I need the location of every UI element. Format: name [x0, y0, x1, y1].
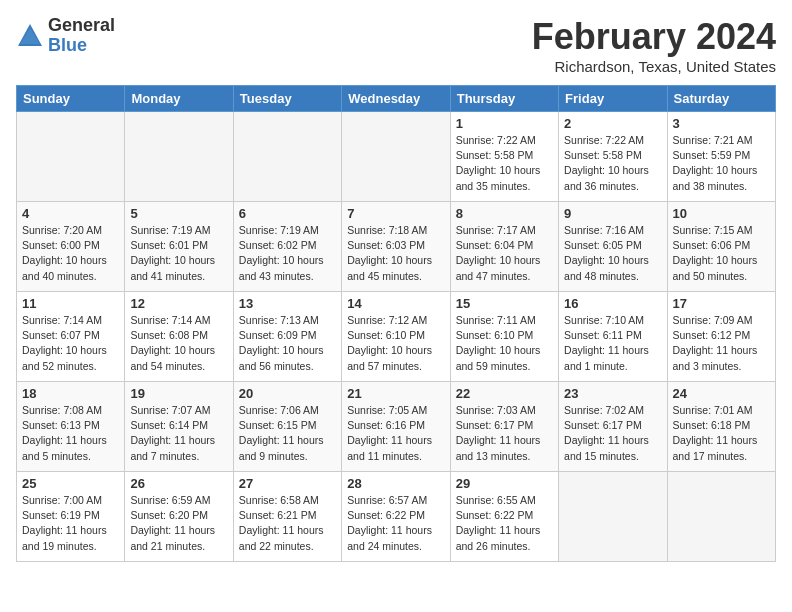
calendar-cell: 13Sunrise: 7:13 AM Sunset: 6:09 PM Dayli…: [233, 292, 341, 382]
day-info: Sunrise: 7:05 AM Sunset: 6:16 PM Dayligh…: [347, 403, 444, 464]
day-info: Sunrise: 7:14 AM Sunset: 6:07 PM Dayligh…: [22, 313, 119, 374]
day-number: 25: [22, 476, 119, 491]
calendar-cell: 22Sunrise: 7:03 AM Sunset: 6:17 PM Dayli…: [450, 382, 558, 472]
calendar-cell: 4Sunrise: 7:20 AM Sunset: 6:00 PM Daylig…: [17, 202, 125, 292]
calendar-cell: 29Sunrise: 6:55 AM Sunset: 6:22 PM Dayli…: [450, 472, 558, 562]
header-day-wednesday: Wednesday: [342, 86, 450, 112]
logo-blue-text: Blue: [48, 36, 115, 56]
logo-text: General Blue: [48, 16, 115, 56]
day-number: 7: [347, 206, 444, 221]
day-info: Sunrise: 7:10 AM Sunset: 6:11 PM Dayligh…: [564, 313, 661, 374]
day-number: 29: [456, 476, 553, 491]
day-number: 14: [347, 296, 444, 311]
day-info: Sunrise: 7:00 AM Sunset: 6:19 PM Dayligh…: [22, 493, 119, 554]
day-number: 27: [239, 476, 336, 491]
day-number: 15: [456, 296, 553, 311]
calendar-cell: 9Sunrise: 7:16 AM Sunset: 6:05 PM Daylig…: [559, 202, 667, 292]
calendar-cell: 6Sunrise: 7:19 AM Sunset: 6:02 PM Daylig…: [233, 202, 341, 292]
day-number: 28: [347, 476, 444, 491]
calendar-subtitle: Richardson, Texas, United States: [532, 58, 776, 75]
calendar-cell: 15Sunrise: 7:11 AM Sunset: 6:10 PM Dayli…: [450, 292, 558, 382]
week-row-3: 11Sunrise: 7:14 AM Sunset: 6:07 PM Dayli…: [17, 292, 776, 382]
day-info: Sunrise: 7:13 AM Sunset: 6:09 PM Dayligh…: [239, 313, 336, 374]
header-day-monday: Monday: [125, 86, 233, 112]
day-info: Sunrise: 7:11 AM Sunset: 6:10 PM Dayligh…: [456, 313, 553, 374]
day-info: Sunrise: 7:21 AM Sunset: 5:59 PM Dayligh…: [673, 133, 770, 194]
header-day-thursday: Thursday: [450, 86, 558, 112]
day-number: 3: [673, 116, 770, 131]
calendar-cell: 10Sunrise: 7:15 AM Sunset: 6:06 PM Dayli…: [667, 202, 775, 292]
calendar-cell: [667, 472, 775, 562]
day-info: Sunrise: 7:03 AM Sunset: 6:17 PM Dayligh…: [456, 403, 553, 464]
day-number: 13: [239, 296, 336, 311]
calendar-cell: [233, 112, 341, 202]
day-number: 17: [673, 296, 770, 311]
header-day-tuesday: Tuesday: [233, 86, 341, 112]
title-section: February 2024 Richardson, Texas, United …: [532, 16, 776, 75]
day-info: Sunrise: 7:07 AM Sunset: 6:14 PM Dayligh…: [130, 403, 227, 464]
day-number: 2: [564, 116, 661, 131]
day-number: 23: [564, 386, 661, 401]
day-number: 8: [456, 206, 553, 221]
header-day-friday: Friday: [559, 86, 667, 112]
day-info: Sunrise: 7:16 AM Sunset: 6:05 PM Dayligh…: [564, 223, 661, 284]
calendar-cell: 18Sunrise: 7:08 AM Sunset: 6:13 PM Dayli…: [17, 382, 125, 472]
calendar-cell: 8Sunrise: 7:17 AM Sunset: 6:04 PM Daylig…: [450, 202, 558, 292]
calendar-header: SundayMondayTuesdayWednesdayThursdayFrid…: [17, 86, 776, 112]
calendar-cell: 5Sunrise: 7:19 AM Sunset: 6:01 PM Daylig…: [125, 202, 233, 292]
calendar-cell: [559, 472, 667, 562]
calendar-body: 1Sunrise: 7:22 AM Sunset: 5:58 PM Daylig…: [17, 112, 776, 562]
svg-marker-1: [20, 28, 40, 44]
logo: General Blue: [16, 16, 115, 56]
calendar-cell: 26Sunrise: 6:59 AM Sunset: 6:20 PM Dayli…: [125, 472, 233, 562]
day-number: 5: [130, 206, 227, 221]
day-number: 4: [22, 206, 119, 221]
day-number: 24: [673, 386, 770, 401]
day-info: Sunrise: 7:22 AM Sunset: 5:58 PM Dayligh…: [456, 133, 553, 194]
day-number: 26: [130, 476, 227, 491]
day-info: Sunrise: 7:06 AM Sunset: 6:15 PM Dayligh…: [239, 403, 336, 464]
day-info: Sunrise: 7:01 AM Sunset: 6:18 PM Dayligh…: [673, 403, 770, 464]
day-info: Sunrise: 7:12 AM Sunset: 6:10 PM Dayligh…: [347, 313, 444, 374]
week-row-5: 25Sunrise: 7:00 AM Sunset: 6:19 PM Dayli…: [17, 472, 776, 562]
calendar-cell: 14Sunrise: 7:12 AM Sunset: 6:10 PM Dayli…: [342, 292, 450, 382]
calendar-cell: 17Sunrise: 7:09 AM Sunset: 6:12 PM Dayli…: [667, 292, 775, 382]
calendar-cell: 12Sunrise: 7:14 AM Sunset: 6:08 PM Dayli…: [125, 292, 233, 382]
day-number: 19: [130, 386, 227, 401]
day-info: Sunrise: 7:17 AM Sunset: 6:04 PM Dayligh…: [456, 223, 553, 284]
calendar-cell: 2Sunrise: 7:22 AM Sunset: 5:58 PM Daylig…: [559, 112, 667, 202]
day-number: 9: [564, 206, 661, 221]
day-info: Sunrise: 7:18 AM Sunset: 6:03 PM Dayligh…: [347, 223, 444, 284]
day-info: Sunrise: 6:58 AM Sunset: 6:21 PM Dayligh…: [239, 493, 336, 554]
day-number: 21: [347, 386, 444, 401]
calendar-cell: 3Sunrise: 7:21 AM Sunset: 5:59 PM Daylig…: [667, 112, 775, 202]
calendar-cell: 19Sunrise: 7:07 AM Sunset: 6:14 PM Dayli…: [125, 382, 233, 472]
calendar-cell: 7Sunrise: 7:18 AM Sunset: 6:03 PM Daylig…: [342, 202, 450, 292]
day-info: Sunrise: 7:22 AM Sunset: 5:58 PM Dayligh…: [564, 133, 661, 194]
header-day-sunday: Sunday: [17, 86, 125, 112]
day-number: 10: [673, 206, 770, 221]
header-row: SundayMondayTuesdayWednesdayThursdayFrid…: [17, 86, 776, 112]
day-info: Sunrise: 7:20 AM Sunset: 6:00 PM Dayligh…: [22, 223, 119, 284]
day-info: Sunrise: 7:14 AM Sunset: 6:08 PM Dayligh…: [130, 313, 227, 374]
calendar-title: February 2024: [532, 16, 776, 58]
calendar-cell: [342, 112, 450, 202]
day-number: 16: [564, 296, 661, 311]
day-info: Sunrise: 6:57 AM Sunset: 6:22 PM Dayligh…: [347, 493, 444, 554]
logo-icon: [16, 22, 44, 50]
calendar-cell: 24Sunrise: 7:01 AM Sunset: 6:18 PM Dayli…: [667, 382, 775, 472]
day-number: 1: [456, 116, 553, 131]
calendar-cell: 21Sunrise: 7:05 AM Sunset: 6:16 PM Dayli…: [342, 382, 450, 472]
calendar-cell: [17, 112, 125, 202]
day-info: Sunrise: 7:08 AM Sunset: 6:13 PM Dayligh…: [22, 403, 119, 464]
calendar-cell: 25Sunrise: 7:00 AM Sunset: 6:19 PM Dayli…: [17, 472, 125, 562]
day-number: 11: [22, 296, 119, 311]
day-number: 12: [130, 296, 227, 311]
calendar-cell: 27Sunrise: 6:58 AM Sunset: 6:21 PM Dayli…: [233, 472, 341, 562]
calendar-cell: 1Sunrise: 7:22 AM Sunset: 5:58 PM Daylig…: [450, 112, 558, 202]
calendar-cell: 11Sunrise: 7:14 AM Sunset: 6:07 PM Dayli…: [17, 292, 125, 382]
calendar-cell: 20Sunrise: 7:06 AM Sunset: 6:15 PM Dayli…: [233, 382, 341, 472]
page-header: General Blue February 2024 Richardson, T…: [16, 16, 776, 75]
day-info: Sunrise: 7:19 AM Sunset: 6:01 PM Dayligh…: [130, 223, 227, 284]
day-number: 18: [22, 386, 119, 401]
